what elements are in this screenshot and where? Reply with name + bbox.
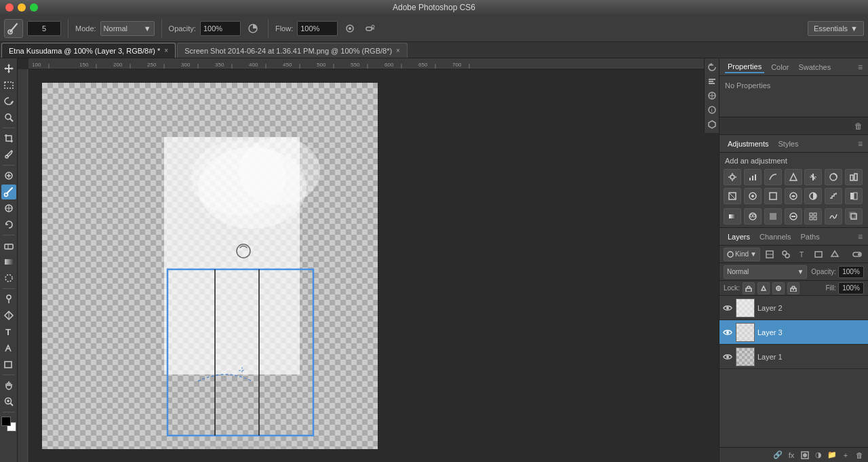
eyedropper-tool[interactable] [1,147,16,162]
layer-new-btn[interactable]: + [840,449,852,461]
brush-tool-icon[interactable] [4,19,23,38]
tab-0[interactable]: Etna Kusudama @ 100% (Layer 3, RGB/8#) *… [1,43,176,58]
adj-bw[interactable] [724,188,741,204]
layer-2-visibility[interactable] [722,303,733,313]
lasso-tool[interactable] [1,94,16,109]
airbrush-icon[interactable] [362,20,378,37]
blur-tool[interactable] [1,271,16,286]
adj-expand-btn[interactable]: ≡ [858,139,863,149]
layer-row-2[interactable]: Layer 2 [719,296,868,320]
adj-selective-color[interactable] [744,208,762,225]
swatches-tab[interactable]: Swatches [795,62,833,73]
opacity-value[interactable]: 100% [838,266,864,278]
adj-invert[interactable] [804,188,822,204]
eraser-tool[interactable] [1,238,16,253]
adj-color-lookup[interactable] [785,188,802,204]
lock-image-btn[interactable] [757,282,770,294]
layer-adjustment-btn[interactable]: ◑ [812,449,825,461]
adj-color-balance[interactable] [845,169,863,185]
crop-tool[interactable] [1,131,16,146]
delete-adjustment-btn[interactable]: 🗑 [852,119,865,133]
opacity-icon[interactable] [245,20,261,37]
adj-channel-mixer[interactable] [764,188,782,204]
properties-tab[interactable]: Properties [725,61,764,73]
adj-gradient-fill[interactable] [785,208,802,225]
gradient-tool[interactable] [1,254,16,269]
channels-tab[interactable]: Channels [757,231,793,242]
adj-pattern-fill[interactable] [804,208,822,225]
marquee-tool[interactable] [1,77,16,92]
clone-stamp-tool[interactable] [1,201,16,216]
layer-fx-btn[interactable]: fx [785,449,797,461]
styles-tab[interactable]: Styles [776,138,802,149]
flow-icon[interactable] [342,20,358,37]
filter-smart[interactable] [828,248,842,261]
filter-shape[interactable] [812,248,825,261]
3d-icon[interactable] [706,118,718,130]
layers-expand-btn[interactable]: ≡ [858,232,863,242]
fg-color-swatch[interactable] [1,417,11,426]
quick-select-tool[interactable] [1,110,16,125]
color-tab[interactable]: Color [768,62,791,73]
shape-tool[interactable] [1,357,16,372]
minimize-button[interactable] [18,3,26,12]
lock-all-btn[interactable] [787,282,800,294]
paths-tab[interactable]: Paths [798,231,823,242]
lock-position-btn[interactable] [772,282,785,294]
tab-1-close[interactable]: × [396,47,400,54]
history-icon[interactable] [706,61,718,73]
fill-value[interactable]: 100% [838,282,864,294]
adj-threshold[interactable] [845,188,863,204]
adj-brightness[interactable] [724,169,741,185]
adj-solid-color[interactable] [764,208,782,225]
adj-curves[interactable] [764,169,782,185]
mode-dropdown[interactable]: Normal ▼ [100,21,155,36]
layers-tab[interactable]: Layers [725,231,753,242]
color-swatches[interactable] [1,417,16,431]
zoom-tool[interactable] [1,394,16,409]
adj-exposure[interactable] [785,169,802,185]
tab-1[interactable]: Screen Shot 2014-06-24 at 1.36.41 PM.png… [177,43,408,58]
layer-row-1[interactable]: Layer 1 [719,345,868,369]
healing-brush-tool[interactable] [1,168,16,183]
close-button[interactable] [5,3,14,12]
window-controls[interactable] [5,3,38,12]
opacity-input[interactable]: 100% [200,21,241,36]
lock-transparent-btn[interactable] [743,282,755,294]
layer-mask-btn[interactable] [799,449,811,461]
filter-toggle[interactable] [850,248,864,261]
navigator-icon[interactable] [706,90,718,102]
layer-1-visibility[interactable] [722,351,733,362]
move-tool[interactable] [1,61,16,76]
adj-gradient-map[interactable] [724,208,741,225]
layer-folder-btn[interactable]: 📁 [826,449,838,461]
history-brush-tool[interactable] [1,217,16,232]
info-icon[interactable]: i [706,104,718,116]
filter-text[interactable]: T [795,248,809,261]
adj-photo-filter[interactable] [744,188,762,204]
maximize-button[interactable] [30,3,38,12]
layer-row-3[interactable]: Layer 3 [719,320,868,345]
brush-tool[interactable] [1,185,16,199]
blend-mode-dropdown[interactable]: Normal ▼ [724,265,807,279]
adj-levels[interactable] [744,169,762,185]
path-selection-tool[interactable] [1,341,16,355]
pen-tool[interactable] [1,308,16,323]
layer-delete-btn[interactable]: 🗑 [853,449,865,461]
hand-tool[interactable] [1,378,16,393]
tab-0-close[interactable]: × [164,47,168,54]
panel-expand-btn[interactable]: ≡ [858,62,863,72]
adj-posterize[interactable] [825,188,842,204]
adj-hdr[interactable] [825,208,842,225]
layer-link-btn[interactable]: 🔗 [772,449,784,461]
layer-3-visibility[interactable] [722,327,733,338]
adj-hue-sat[interactable] [825,169,842,185]
filter-pixel[interactable] [763,248,776,261]
adj-clipping[interactable] [845,208,863,225]
adj-vibrance[interactable] [804,169,822,185]
dodge-tool[interactable] [1,292,16,307]
text-tool[interactable]: T [1,324,16,339]
essentials-dropdown[interactable]: Essentials ▼ [808,21,864,36]
flow-input[interactable]: 100% [297,21,338,36]
filter-adjustment[interactable] [779,248,793,261]
